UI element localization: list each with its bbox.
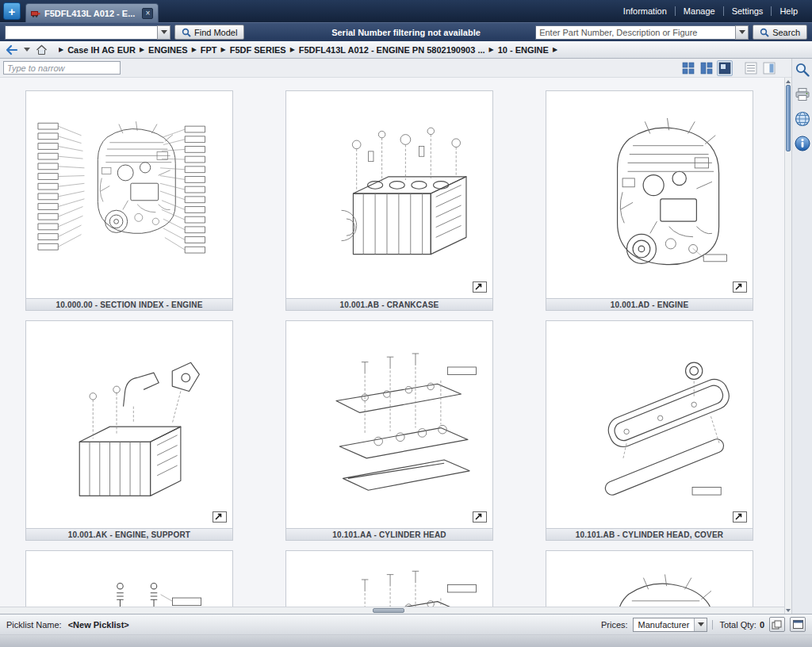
head-parts-drawing — [297, 557, 482, 614]
tab-close-button[interactable]: × — [142, 8, 153, 19]
window-footer — [0, 634, 812, 647]
split-view-icon — [700, 62, 713, 75]
info-icon — [794, 135, 811, 152]
magnifier-icon — [795, 62, 810, 78]
figure-card-section-index[interactable]: 10.000.00 - SECTION INDEX - ENGINE — [25, 90, 233, 311]
valve-parts-drawing — [36, 557, 222, 614]
crankcase-drawing — [297, 98, 482, 288]
figure-caption: 10.101.AA - CYLINDER HEAD — [286, 528, 492, 540]
breadcrumb-item-fpt[interactable]: FPT — [201, 45, 217, 55]
model-combo-dropdown[interactable] — [157, 25, 170, 40]
part-search-dropdown[interactable] — [735, 25, 749, 40]
figure-card-partial-2[interactable] — [285, 550, 493, 614]
search-toolbar: Serial Number filtering not available Fi… — [0, 22, 812, 41]
content-column: 10.000.00 - SECTION INDEX - ENGINE 10.00… — [0, 59, 791, 614]
status-bar: Picklist Name: <New Picklist> Prices: Ma… — [0, 614, 812, 634]
view-detail-button[interactable] — [717, 60, 733, 76]
chevron-down-icon — [24, 48, 30, 52]
breadcrumb-item-series[interactable]: F5DF SERIES — [230, 45, 286, 55]
price-source-value: Manufacturer — [634, 620, 695, 630]
view-toggle-group — [680, 60, 788, 76]
figure-card-engine[interactable]: 10.001.AD - ENGINE — [546, 90, 753, 311]
select-dropdown-button[interactable] — [694, 618, 707, 631]
scroll-up-button[interactable] — [785, 78, 791, 85]
print-picklist-button[interactable] — [769, 617, 785, 632]
view-thumbnails-button[interactable] — [680, 60, 696, 76]
chevron-down-icon — [739, 30, 745, 34]
detach-panel-button[interactable] — [790, 617, 806, 632]
globe-icon — [794, 110, 811, 128]
total-qty-label: Total Qty: — [719, 620, 756, 630]
figure-card-head-cover[interactable]: 10.101.AB - CYLINDER HEAD, COVER — [546, 320, 753, 541]
part-search-group: Search — [535, 25, 807, 40]
menu-settings[interactable]: Settings — [723, 6, 772, 16]
horizontal-scrollbar-thumb[interactable] — [373, 608, 404, 613]
model-combo — [5, 25, 170, 40]
narrow-filter-input[interactable] — [3, 61, 121, 75]
figure-card-engine-support[interactable]: 10.001.AK - ENGINE, SUPPORT — [25, 320, 233, 541]
horizontal-scrollbar[interactable] — [0, 607, 784, 614]
engine-drawing — [557, 98, 742, 288]
part-search-input[interactable] — [535, 25, 735, 40]
figure-caption: 10.101.AB - CYLINDER HEAD, COVER — [546, 528, 753, 540]
model-icon — [31, 10, 40, 17]
figure-card-partial-3[interactable] — [546, 550, 753, 614]
open-figure-icon[interactable] — [473, 281, 487, 293]
chevron-down-icon — [161, 30, 167, 34]
figure-card-partial-1[interactable] — [25, 550, 233, 614]
breadcrumb-item-model[interactable]: F5DFL413L A012 - ENGINE PN 5802190903 ..… — [299, 45, 485, 55]
model-combo-input[interactable] — [5, 25, 157, 40]
search-icon — [182, 28, 191, 37]
menu-help[interactable]: Help — [771, 6, 806, 16]
scrollbar-track[interactable] — [785, 151, 791, 607]
breadcrumb-item-section[interactable]: 10 - ENGINE — [498, 45, 549, 55]
open-figure-icon[interactable] — [473, 511, 487, 523]
new-tab-button[interactable]: + — [3, 2, 21, 20]
find-model-button[interactable]: Find Model — [174, 25, 244, 40]
breadcrumb-item-brand[interactable]: Case IH AG EUR — [67, 45, 136, 55]
grid-view-icon — [682, 62, 695, 75]
view-preview-button[interactable] — [761, 60, 777, 76]
section-index-drawing — [36, 98, 222, 288]
view-list-button[interactable] — [743, 60, 759, 76]
figure-thumbnail — [26, 321, 232, 528]
total-qty-value: 0 — [760, 620, 764, 630]
menu-manage[interactable]: Manage — [675, 6, 723, 16]
picklist-name[interactable]: <New Picklist> — [68, 620, 129, 630]
zoom-search-button[interactable] — [794, 61, 811, 78]
figure-thumbnail — [546, 551, 753, 614]
open-figure-icon[interactable] — [213, 511, 227, 523]
price-source-select[interactable]: Manufacturer — [633, 618, 708, 632]
engine-support-drawing — [36, 327, 222, 518]
web-link-button[interactable] — [794, 110, 811, 128]
vertical-scrollbar[interactable] — [784, 78, 791, 614]
info-button[interactable] — [794, 135, 811, 152]
print-button[interactable] — [794, 86, 811, 103]
figure-card-crankcase[interactable]: 10.001.AB - CRANKCASE — [285, 90, 493, 311]
search-label: Search — [772, 28, 800, 37]
breadcrumb-separator: ▶ — [489, 46, 494, 53]
figure-caption: 10.001.AB - CRANKCASE — [286, 298, 492, 310]
part-search-combo — [535, 25, 749, 40]
app-menu: Information Manage Settings Help — [615, 0, 806, 22]
view-split-button[interactable] — [699, 60, 714, 76]
history-dropdown-button[interactable] — [23, 48, 31, 52]
home-button[interactable] — [35, 44, 48, 56]
home-icon — [36, 44, 48, 56]
figure-thumbnail — [546, 321, 753, 528]
menu-information[interactable]: Information — [615, 6, 675, 16]
figure-card-cylinder-head[interactable]: 10.101.AA - CYLINDER HEAD — [285, 320, 493, 541]
triangle-up-icon — [786, 80, 791, 83]
right-tool-rail — [791, 59, 812, 614]
figure-caption: 10.001.AD - ENGINE — [546, 298, 753, 310]
scroll-down-button[interactable] — [785, 607, 791, 614]
back-button[interactable] — [5, 44, 19, 56]
search-button[interactable]: Search — [753, 25, 807, 40]
tab-model[interactable]: F5DFL413L A012 - E... × — [25, 3, 159, 22]
breadcrumb: ▶ Case IH AG EUR ▶ ENGINES ▶ FPT ▶ F5DF … — [59, 45, 557, 55]
open-figure-icon[interactable] — [733, 281, 747, 293]
vertical-scrollbar-thumb[interactable] — [786, 85, 791, 151]
breadcrumb-item-engines[interactable]: ENGINES — [148, 45, 188, 55]
open-figure-icon[interactable] — [733, 511, 747, 523]
prices-label: Prices: — [601, 620, 628, 630]
